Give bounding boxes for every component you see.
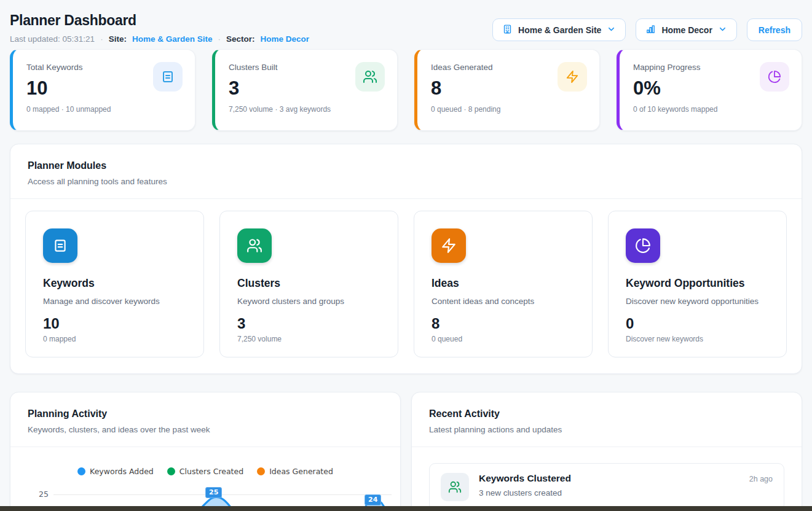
document-icon [153,62,183,92]
stat-cards-row: Total Keywords 10 0 mapped · 10 unmapped… [10,49,802,131]
sector-selector-label: Home Decor [661,25,712,35]
building-icon [502,24,513,36]
stat-card-mapping-progress: Mapping Progress 0% 0 of 10 keywords map… [617,49,802,131]
legend-label: Keywords Added [90,467,154,476]
site-link[interactable]: Home & Garden Site [132,34,213,44]
users-icon [355,62,385,92]
sector-selector-button[interactable]: Home Decor [636,18,736,41]
recent-activity-title: Recent Activity [429,408,784,419]
planning-activity-section: Planning Activity Keywords, clusters, an… [10,392,401,511]
site-label: Site: [109,34,127,44]
module-title: Keyword Opportunities [626,277,769,290]
planner-modules-section: Planner Modules Access all planning tool… [10,144,802,374]
bar-chart-icon [645,24,656,36]
modules-subtitle: Access all planning tools and features [28,177,784,186]
module-sub: 0 queued [432,335,575,343]
recent-activity-header: Recent Activity Latest planning actions … [412,392,802,447]
module-description: Keyword clusters and groups [237,297,380,306]
header-left: Planner Dashboard Last updated: 05:31:21… [10,12,309,44]
legend-label: Clusters Created [179,467,243,476]
users-icon [441,473,469,501]
stat-card-total-keywords: Total Keywords 10 0 mapped · 10 unmapped [10,49,195,131]
module-sub: 7,250 volume [237,335,380,343]
module-value: 3 [237,315,380,332]
sector-label: Sector: [226,34,255,44]
activity-timestamp: 2h ago [749,473,773,501]
bottom-row: Planning Activity Keywords, clusters, an… [10,392,802,511]
site-selector-label: Home & Garden Site [518,25,601,35]
users-icon [237,228,272,263]
chevron-down-icon [607,25,616,36]
legend-item-keywords-added[interactable]: Keywords Added [77,467,154,476]
activity-title: Keywords Clustered [479,473,571,484]
last-updated-text: Last updated: 05:31:21 [10,34,95,44]
stat-sub: 0 mapped · 10 unmapped [26,105,181,114]
modules-header: Planner Modules Access all planning tool… [10,144,802,198]
stat-sub: 7,250 volume · 3 avg keywords [229,105,384,114]
planning-activity-header: Planning Activity Keywords, clusters, an… [10,392,400,447]
chevron-down-icon [718,25,727,36]
activity-texts: Keywords Clustered 3 new clusters create… [479,473,571,501]
stat-card-ideas-generated: Ideas Generated 8 0 queued · 8 pending [414,49,600,131]
meta-line: Last updated: 05:31:21 · Site: Home & Ga… [10,34,309,44]
stat-sub: 0 queued · 8 pending [431,105,586,114]
module-value: 0 [626,315,769,332]
legend-item-ideas-generated[interactable]: Ideas Generated [257,467,333,476]
module-card-keywords[interactable]: Keywords Manage and discover keywords 10… [25,211,204,357]
stat-card-clusters-built: Clusters Built 3 7,250 volume · 3 avg ke… [212,49,398,131]
chart-legend: Keywords Added Clusters Created Ideas Ge… [10,467,400,476]
module-description: Content ideas and concepts [432,297,575,306]
activity-item-keywords-clustered: Keywords Clustered 3 new clusters create… [429,463,784,511]
window-bottom-edge [0,506,812,511]
legend-item-clusters-created[interactable]: Clusters Created [167,467,243,476]
module-description: Discover new keyword opportunities [626,297,769,306]
modules-grid: Keywords Manage and discover keywords 10… [10,199,802,373]
page-title: Planner Dashboard [10,12,309,29]
planning-activity-title: Planning Activity [28,408,383,419]
recent-activity-section: Recent Activity Latest planning actions … [411,392,802,511]
pie-chart-icon [626,228,660,263]
meta-separator: · [218,34,221,44]
pie-chart-icon [760,62,789,92]
stat-sub: 0 of 10 keywords mapped [633,105,788,114]
lightning-icon [558,62,587,92]
legend-dot-blue [77,467,85,475]
module-card-ideas[interactable]: Ideas Content ideas and concepts 8 0 que… [414,211,593,357]
meta-separator: · [100,34,103,44]
module-value: 8 [432,315,575,332]
module-sub: 0 mapped [43,335,186,343]
module-description: Manage and discover keywords [43,297,186,306]
point-label-24: 24 [365,494,381,505]
module-title: Clusters [237,277,380,290]
legend-label: Ideas Generated [269,467,333,476]
module-sub: Discover new keywords [626,335,769,343]
activity-description: 3 new clusters created [479,488,571,497]
site-selector-button[interactable]: Home & Garden Site [492,18,626,41]
module-value: 10 [43,315,186,332]
module-title: Ideas [432,277,575,290]
recent-activity-subtitle: Latest planning actions and updates [429,425,784,434]
header-toolbar: Home & Garden Site Home Decor Refresh [492,12,802,41]
module-card-clusters[interactable]: Clusters Keyword clusters and groups 3 7… [219,211,398,357]
divider [10,447,400,447]
planner-dashboard-page: Planner Dashboard Last updated: 05:31:21… [0,0,812,511]
document-icon [43,228,77,263]
module-title: Keywords [43,277,186,290]
activity-list: Keywords Clustered 3 new clusters create… [412,447,802,511]
refresh-button[interactable]: Refresh [747,18,802,41]
page-header: Planner Dashboard Last updated: 05:31:21… [10,0,802,44]
legend-dot-green [167,467,175,475]
legend-dot-orange [257,467,265,475]
module-card-keyword-opportunities[interactable]: Keyword Opportunities Discover new keywo… [608,211,787,357]
sector-link[interactable]: Home Decor [260,34,309,44]
modules-title: Planner Modules [28,160,784,171]
lightning-icon [432,228,466,263]
planning-activity-subtitle: Keywords, clusters, and ideas over the p… [28,425,383,434]
point-label-25: 25 [205,487,222,498]
